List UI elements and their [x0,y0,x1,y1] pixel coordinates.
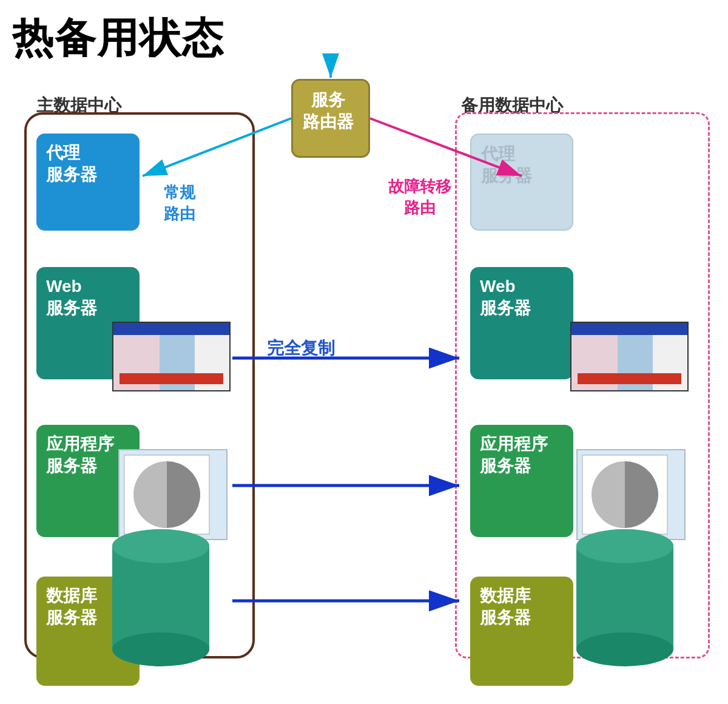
proxy-backup-label: 代理 服务器 [481,143,532,188]
proxy-server-primary: 代理 服务器 [36,134,140,231]
db-server-backup: 数据库 服务器 [470,577,573,686]
app-backup-label: 应用程序 服务器 [480,433,548,478]
svg-point-7 [112,529,209,563]
pie-thumb-primary [118,449,228,540]
pie-thumb-backup [576,449,686,540]
web-thumb-backup-inner [571,323,687,390]
app-primary-label: 应用程序 服务器 [46,433,114,478]
router-label: 服务 路由器 [303,89,354,134]
app-server-backup: 应用程序 服务器 [470,425,573,537]
pie-chart-backup-svg [578,450,684,539]
web-thumb-backup [570,322,689,391]
web-server-backup: Web 服务器 [470,267,573,379]
db-primary-label: 数据库 服务器 [46,585,97,629]
proxy-primary-label: 代理 服务器 [46,142,97,186]
svg-point-10 [576,632,673,666]
failover-label: 故障转移 路由 [388,176,451,218]
svg-point-11 [576,529,673,563]
web-backup-label: Web 服务器 [480,276,531,320]
web-primary-label: Web 服务器 [46,276,97,320]
db-cylinder-primary [103,528,218,674]
web-thumb-primary [112,322,231,391]
pie-chart-primary-svg [120,450,226,539]
full-replication-label: 完全复制 [267,337,335,360]
router-box: 服务 路由器 [291,79,370,158]
web-thumb-primary-inner [113,323,229,390]
db-backup-label: 数据库 服务器 [480,585,531,629]
normal-routing-label: 常规 路由 [164,182,195,225]
proxy-server-backup: 代理 服务器 [470,134,573,231]
svg-point-6 [112,632,209,666]
db-cylinder-backup [567,528,682,674]
page-title: 热备用状态 [12,11,224,66]
